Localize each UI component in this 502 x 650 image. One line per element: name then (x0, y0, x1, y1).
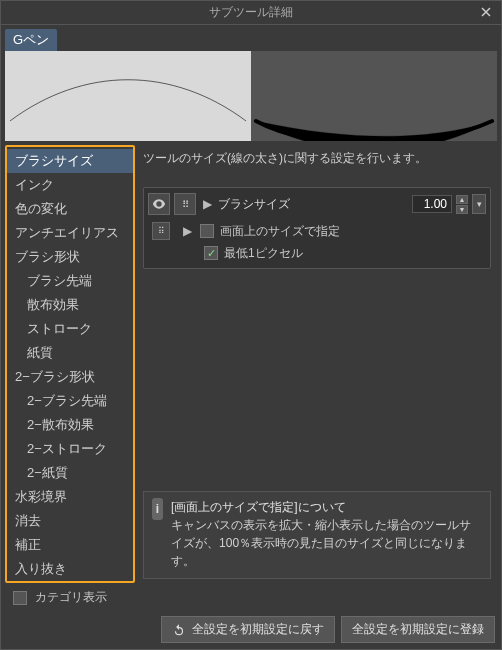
preview-dark (251, 51, 497, 141)
specify-on-screen-checkbox[interactable] (200, 224, 214, 238)
sidebar-item-12[interactable]: 2−ストローク (7, 437, 133, 461)
register-all-label: 全設定を初期設定に登録 (352, 621, 484, 638)
sidebar-item-1[interactable]: インク (7, 173, 133, 197)
brush-preview (5, 51, 497, 141)
help-body: キャンバスの表示を拡大・縮小表示した場合のツールサイズが、100％表示時の見た目… (171, 516, 482, 570)
sidebar-item-10[interactable]: 2−ブラシ先端 (7, 389, 133, 413)
category-sidebar: ブラシサイズインク色の変化アンチエイリアスブラシ形状ブラシ先端散布効果ストローク… (5, 145, 135, 583)
subtool-detail-window: サブツール詳細 Gペン ブラシサイズインク色の変化アンチエイリアスブラシ形状ブラ… (0, 0, 502, 650)
sidebar-item-6[interactable]: 散布効果 (7, 293, 133, 317)
min-1px-row: 最低1ピクセル (148, 242, 486, 264)
footer-buttons: 全設定を初期設定に戻す 全設定を初期設定に登録 (1, 612, 501, 649)
close-button[interactable] (477, 3, 495, 21)
sidebar-item-14[interactable]: 水彩境界 (7, 485, 133, 509)
min-1px-label: 最低1ピクセル (224, 245, 303, 262)
help-title: [画面上のサイズで指定]について (171, 498, 482, 516)
help-text: [画面上のサイズで指定]について キャンバスの表示を拡大・縮小表示した場合のツー… (171, 498, 482, 570)
sidebar-item-11[interactable]: 2−散布効果 (7, 413, 133, 437)
reset-all-button[interactable]: 全設定を初期設定に戻す (161, 616, 335, 643)
register-all-button[interactable]: 全設定を初期設定に登録 (341, 616, 495, 643)
category-description: ツールのサイズ(線の太さ)に関する設定を行います。 (143, 149, 491, 181)
sidebar-item-8[interactable]: 紙質 (7, 341, 133, 365)
sidebar-item-15[interactable]: 消去 (7, 509, 133, 533)
tool-name-tab[interactable]: Gペン (5, 29, 57, 51)
category-display-row: カテゴリ表示 (9, 583, 501, 612)
sidebar-item-0[interactable]: ブラシサイズ (7, 149, 133, 173)
properties-block: ⠿ ▶ ブラシサイズ 1.00 ▲ ▼ ▾ ⠿ ▶ 画面上のサイズで指定 (143, 187, 491, 269)
preview-light (5, 51, 251, 141)
titlebar: サブツール詳細 (1, 1, 501, 25)
info-icon: i (152, 498, 163, 520)
sidebar-item-16[interactable]: 補正 (7, 533, 133, 557)
sidebar-item-9[interactable]: 2−ブラシ形状 (7, 365, 133, 389)
tool-name-label: Gペン (13, 32, 49, 47)
reset-icon (172, 623, 186, 637)
sidebar-item-5[interactable]: ブラシ先端 (7, 269, 133, 293)
help-block: i [画面上のサイズで指定]について キャンバスの表示を拡大・縮小表示した場合の… (143, 491, 491, 579)
brush-size-spinner[interactable]: ▲ ▼ (456, 195, 468, 214)
specify-on-screen-label: 画面上のサイズで指定 (220, 223, 340, 240)
dynamics-menu-arrow[interactable]: ▾ (472, 194, 486, 214)
link-icon[interactable]: ⠿ (174, 193, 196, 215)
sidebar-item-4[interactable]: ブラシ形状 (7, 245, 133, 269)
min-1px-checkbox[interactable] (204, 246, 218, 260)
sidebar-item-3[interactable]: アンチエイリアス (7, 221, 133, 245)
sidebar-item-17[interactable]: 入り抜き (7, 557, 133, 581)
window-title: サブツール詳細 (209, 4, 293, 21)
main-panel: ツールのサイズ(線の太さ)に関する設定を行います。 ⠿ ▶ ブラシサイズ 1.0… (135, 145, 497, 583)
brush-size-label: ブラシサイズ (218, 196, 408, 213)
specify-on-screen-row: ⠿ ▶ 画面上のサイズで指定 (148, 220, 486, 242)
sub-link-icon[interactable]: ⠿ (152, 222, 170, 240)
category-display-label: カテゴリ表示 (35, 589, 107, 606)
category-display-checkbox[interactable] (13, 591, 27, 605)
brush-size-row: ⠿ ▶ ブラシサイズ 1.00 ▲ ▼ ▾ (148, 192, 486, 216)
reset-all-label: 全設定を初期設定に戻す (192, 621, 324, 638)
sidebar-item-2[interactable]: 色の変化 (7, 197, 133, 221)
sidebar-item-7[interactable]: ストローク (7, 317, 133, 341)
spinner-down[interactable]: ▼ (456, 205, 468, 214)
eye-icon[interactable] (148, 193, 170, 215)
expand-icon[interactable]: ▶ (200, 197, 214, 211)
spinner-up[interactable]: ▲ (456, 195, 468, 204)
sidebar-item-13[interactable]: 2−紙質 (7, 461, 133, 485)
sub-expand-icon[interactable]: ▶ (180, 224, 194, 238)
brush-size-value[interactable]: 1.00 (412, 195, 452, 213)
